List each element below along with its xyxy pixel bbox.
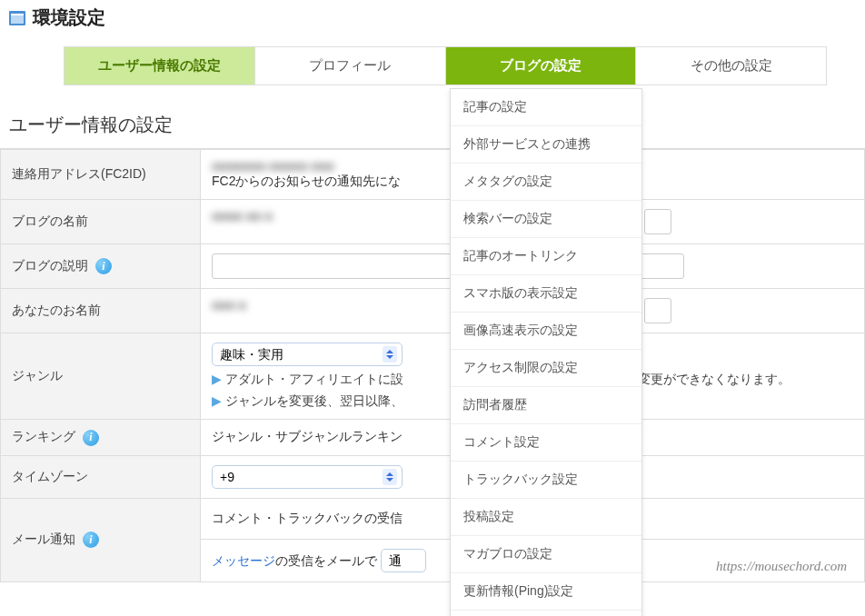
genre-select[interactable]: 趣味・実用 [212, 343, 403, 366]
masked-email: ■■■■■■■ ■■■■■ ■■■ [212, 159, 334, 174]
dropdown-item-smartphone-display[interactable]: スマホ版の表示設定 [451, 275, 641, 313]
info-icon[interactable]: i [83, 430, 99, 446]
page-title: 環境設定 [33, 5, 105, 30]
tab-user-settings[interactable]: ユーザー情報の設定 [64, 46, 255, 85]
page-header: 環境設定 [0, 0, 865, 39]
settings-window-icon [9, 11, 25, 25]
tabs: ユーザー情報の設定 プロフィール ブログの設定 その他の設定 [64, 46, 827, 85]
watermark: https://mousechord.com [716, 559, 847, 574]
masked-blog-name: ■■■■ ■■ ■ [212, 209, 339, 224]
dropdown-item-comment-settings[interactable]: コメント設定 [451, 424, 641, 462]
dropdown-item-access-restriction[interactable]: アクセス制限の設定 [451, 350, 641, 387]
info-icon[interactable]: i [95, 258, 112, 274]
info-icon[interactable]: i [83, 532, 99, 548]
your-name-input[interactable] [644, 298, 671, 323]
dropdown-item-metatag[interactable]: メタタグの設定 [451, 164, 641, 201]
dropdown-item-adstxt[interactable]: ads.txtの設定 [451, 611, 641, 616]
label-blog-name: ブログの名前 [1, 200, 201, 244]
dropdown-item-article-settings[interactable]: 記事の設定 [451, 89, 641, 126]
label-mail-notify: メール通知 i [1, 498, 201, 581]
dropdown-item-visitor-history[interactable]: 訪問者履歴 [451, 387, 641, 424]
masked-your-name: ■■■ ■ [212, 298, 284, 313]
label-genre: ジャンル [1, 333, 201, 420]
contact-desc: FC2からのお知らせの通知先にな [212, 174, 401, 188]
dropdown-item-image-speed[interactable]: 画像高速表示の設定 [451, 313, 641, 350]
label-your-name: あなたのお名前 [1, 289, 201, 333]
dropdown-item-magablo[interactable]: マガブロの設定 [451, 536, 641, 573]
message-link[interactable]: メッセージ [212, 553, 275, 568]
tab-blog-settings[interactable]: ブログの設定 [446, 46, 637, 85]
mail-select[interactable]: 通 [381, 549, 426, 572]
dropdown-item-ping-settings[interactable]: 更新情報(Ping)設定 [451, 573, 641, 611]
blog-name-input[interactable] [644, 209, 671, 234]
dropdown-item-searchbar[interactable]: 検索バーの設定 [451, 201, 641, 238]
section-title: ユーザー情報の設定 [0, 85, 865, 149]
tab-profile[interactable]: プロフィール [255, 46, 446, 85]
label-blog-desc: ブログの説明 i [1, 244, 201, 289]
label-timezone: タイムゾーン [1, 455, 201, 498]
dropdown-item-autolink[interactable]: 記事のオートリンク [451, 238, 641, 275]
dropdown-item-external-services[interactable]: 外部サービスとの連携 [451, 126, 641, 164]
timezone-select[interactable]: +9 [212, 465, 403, 489]
label-ranking: ランキング i [1, 420, 201, 456]
dropdown-item-trackback-settings[interactable]: トラックバック設定 [451, 462, 641, 499]
label-contact-address: 連絡用アドレス(FC2ID) [1, 150, 201, 200]
dropdown-item-post-settings[interactable]: 投稿設定 [451, 499, 641, 536]
settings-form: 連絡用アドレス(FC2ID) ■■■■■■■ ■■■■■ ■■■ FC2からのお… [0, 149, 865, 582]
svg-rect-2 [11, 14, 24, 15]
blog-settings-dropdown: 記事の設定 外部サービスとの連携 メタタグの設定 検索バーの設定 記事のオートリ… [450, 88, 642, 616]
tab-other-settings[interactable]: その他の設定 [636, 46, 827, 85]
